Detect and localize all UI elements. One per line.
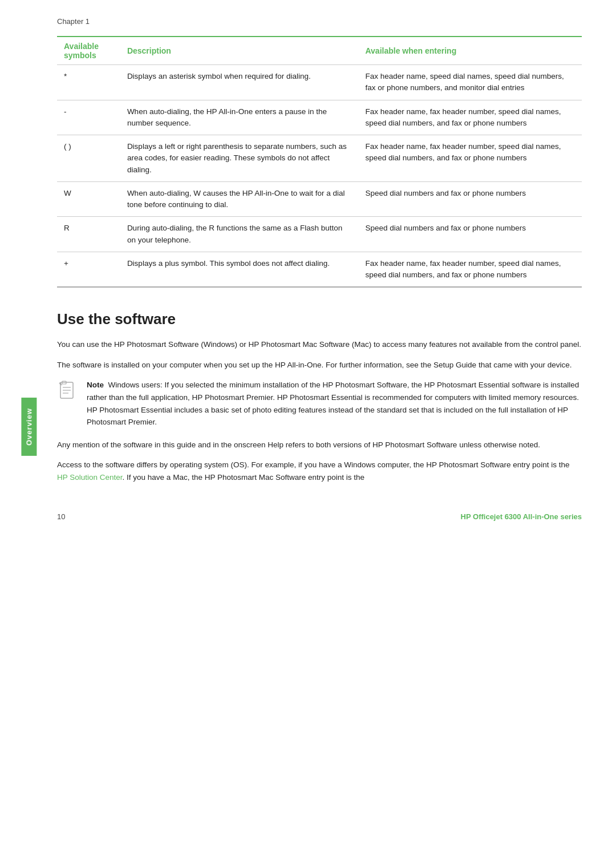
- table-cell-available: Speed dial numbers and fax or phone numb…: [358, 217, 582, 252]
- table-header-available: Available when entering: [358, 37, 582, 65]
- table-cell-available: Speed dial numbers and fax or phone numb…: [358, 181, 582, 217]
- note-text: Note Windows users: If you selected the …: [87, 379, 582, 428]
- note-body: Windows users: If you selected the minim…: [87, 381, 579, 426]
- hp-solution-center-link[interactable]: HP Solution Center: [57, 473, 123, 482]
- table-row: *Displays an asterisk symbol when requir…: [57, 65, 582, 100]
- para4-text-1: Access to the software differs by operat…: [57, 460, 569, 469]
- table-cell-description: Displays an asterisk symbol when require…: [120, 65, 359, 100]
- table-row: WWhen auto-dialing, W causes the HP All-…: [57, 181, 582, 217]
- note-block: ✎ Note Windows users: If you selected th…: [57, 379, 582, 428]
- para4-text-2: . If you have a Mac, the HP Photosmart M…: [123, 473, 364, 482]
- table-header-description: Description: [120, 37, 359, 65]
- table-cell-symbol: *: [57, 65, 120, 100]
- table-header-symbols: Available symbols: [57, 37, 120, 65]
- table-cell-symbol: R: [57, 217, 120, 252]
- note-icon: ✎: [57, 380, 79, 402]
- section-para-2: The software is installed on your comput…: [57, 359, 582, 371]
- note-label: Note: [87, 381, 104, 389]
- table-row: +Displays a plus symbol. This symbol doe…: [57, 252, 582, 287]
- section-para-1: You can use the HP Photosmart Software (…: [57, 338, 582, 351]
- footer-product-name: HP Officejet 6300 All-in-One series: [461, 512, 582, 521]
- table-cell-available: Fax header name, fax header number, spee…: [358, 100, 582, 135]
- table-cell-symbol: W: [57, 181, 120, 217]
- table-cell-available: Fax header name, fax header number, spee…: [358, 252, 582, 287]
- table-cell-description: When auto-dialing, the HP All-in-One ent…: [120, 100, 359, 135]
- symbols-table: Available symbols Description Available …: [57, 36, 582, 288]
- table-cell-description: During auto-dialing, the R functions the…: [120, 217, 359, 252]
- table-cell-available: Fax header name, fax header number, spee…: [358, 135, 582, 182]
- svg-text:✎: ✎: [59, 382, 63, 387]
- section-heading: Use the software: [57, 310, 582, 328]
- table-cell-symbol: ( ): [57, 135, 120, 182]
- table-cell-description: When auto-dialing, W causes the HP All-i…: [120, 181, 359, 217]
- footer-page-number: 10: [57, 512, 65, 521]
- section-para-3: Any mention of the software in this guid…: [57, 439, 582, 451]
- table-cell-symbol: +: [57, 252, 120, 287]
- table-row: -When auto-dialing, the HP All-in-One en…: [57, 100, 582, 135]
- table-row: ( )Displays a left or right parenthesis …: [57, 135, 582, 182]
- table-cell-available: Fax header name, speed dial names, speed…: [358, 65, 582, 100]
- chapter-label: Chapter 1: [57, 17, 582, 26]
- table-row: RDuring auto-dialing, the R functions th…: [57, 217, 582, 252]
- table-cell-description: Displays a plus symbol. This symbol does…: [120, 252, 359, 287]
- table-cell-description: Displays a left or right parenthesis to …: [120, 135, 359, 182]
- side-tab-overview: Overview: [21, 398, 37, 456]
- table-cell-symbol: -: [57, 100, 120, 135]
- section-para-4: Access to the software differs by operat…: [57, 459, 582, 483]
- page-footer: 10 HP Officejet 6300 All-in-One series: [57, 507, 582, 521]
